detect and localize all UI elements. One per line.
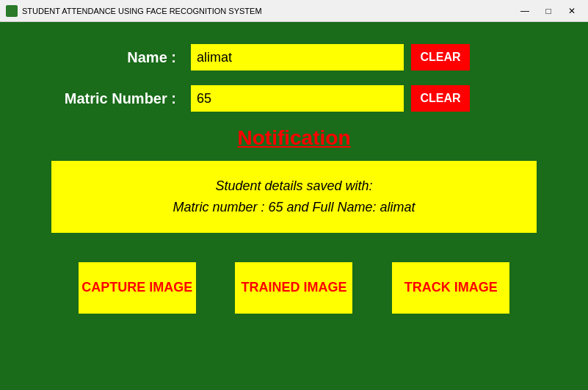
- trained-image-button[interactable]: TRAINED IMAGE: [235, 262, 352, 314]
- title-bar-left: STUDENT ATTENDANCE USING FACE RECOGNITIO…: [6, 5, 262, 17]
- name-clear-button[interactable]: CLEAR: [411, 44, 470, 71]
- window-title: STUDENT ATTENDANCE USING FACE RECOGNITIO…: [22, 7, 262, 15]
- window-controls: — □ ✕: [515, 4, 582, 18]
- matric-clear-button[interactable]: CLEAR: [411, 85, 470, 112]
- name-row: Name : CLEAR: [44, 44, 544, 71]
- main-content: Name : CLEAR Matric Number : CLEAR Notif…: [0, 22, 588, 390]
- matric-label: Matric Number :: [44, 90, 191, 107]
- track-image-button[interactable]: TRACK IMAGE: [392, 262, 509, 314]
- matric-row: Matric Number : CLEAR: [44, 85, 544, 112]
- notification-title: Notification: [44, 126, 544, 150]
- name-input[interactable]: [191, 44, 404, 71]
- bottom-buttons: CAPTURE IMAGE TRAINED IMAGE TRACK IMAGE: [44, 262, 544, 314]
- capture-image-button[interactable]: CAPTURE IMAGE: [79, 262, 196, 314]
- matric-input[interactable]: [191, 85, 404, 112]
- notification-line2: Matric number : 65 and Full Name: alimat: [173, 197, 415, 218]
- app-icon: [6, 5, 18, 17]
- notification-line1: Student details saved with:: [215, 176, 372, 197]
- close-button[interactable]: ✕: [562, 4, 582, 18]
- title-bar: STUDENT ATTENDANCE USING FACE RECOGNITIO…: [0, 0, 588, 22]
- name-label: Name :: [44, 49, 191, 66]
- maximize-button[interactable]: □: [538, 4, 559, 18]
- minimize-button[interactable]: —: [515, 4, 535, 18]
- notification-box: Student details saved with: Matric numbe…: [51, 161, 537, 233]
